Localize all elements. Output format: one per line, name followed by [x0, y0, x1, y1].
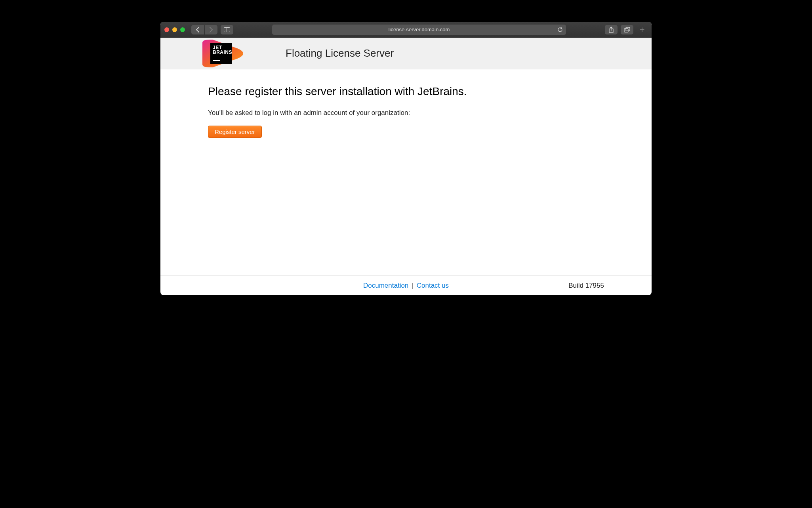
logo-underline [213, 60, 220, 61]
footer: Documentation | Contact us Build 17955 [160, 275, 652, 295]
footer-separator: | [412, 282, 413, 290]
chevron-left-icon [196, 27, 200, 32]
address-url: license-server.domain.com [389, 27, 450, 32]
svg-rect-0 [224, 27, 230, 32]
chevron-right-icon [209, 27, 213, 32]
reload-button[interactable] [557, 27, 563, 32]
register-server-button[interactable]: Register server [208, 126, 262, 138]
logo-box: JET BRAINS [210, 43, 232, 64]
toolbar-right [605, 24, 648, 35]
window-minimize-button[interactable] [172, 27, 177, 32]
app-header: JET BRAINS Floating License Server [160, 38, 652, 69]
new-tab-button[interactable] [637, 24, 648, 35]
share-icon [608, 27, 614, 33]
tabs-icon [624, 27, 630, 32]
traffic-lights [164, 27, 185, 32]
browser-window: license-server.domain.com [160, 22, 652, 295]
svg-rect-4 [626, 27, 630, 31]
build-label: Build 17955 [568, 282, 604, 290]
sidebar-icon [224, 27, 230, 32]
browser-toolbar: license-server.domain.com [160, 22, 652, 38]
contact-us-link[interactable]: Contact us [417, 282, 449, 290]
window-close-button[interactable] [164, 27, 169, 32]
window-maximize-button[interactable] [180, 27, 185, 32]
reload-icon [557, 27, 563, 32]
plus-icon [640, 27, 644, 32]
main-heading: Please register this server installation… [208, 85, 604, 98]
main-subheading: You'll be asked to log in with an admin … [208, 109, 604, 117]
forward-button[interactable] [205, 25, 217, 34]
svg-rect-3 [624, 29, 628, 32]
tabs-button[interactable] [621, 25, 633, 34]
address-bar[interactable]: license-server.domain.com [272, 25, 566, 35]
logo-text: JET BRAINS [213, 45, 229, 55]
app-title: Floating License Server [286, 47, 394, 59]
nav-buttons [191, 25, 217, 34]
main-content: Please register this server installation… [160, 69, 652, 275]
documentation-link[interactable]: Documentation [363, 282, 408, 290]
back-button[interactable] [191, 25, 204, 34]
jetbrains-logo: JET BRAINS [198, 40, 246, 67]
sidebar-toggle-button[interactable] [221, 25, 233, 34]
share-button[interactable] [605, 25, 618, 34]
logo-text-line2: BRAINS [213, 50, 229, 55]
